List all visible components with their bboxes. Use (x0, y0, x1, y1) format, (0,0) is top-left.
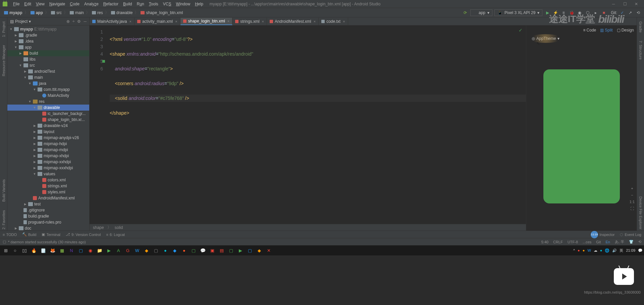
debug-button[interactable]: 🐞 (569, 10, 575, 16)
tool-terminal[interactable]: ▣ Terminal (42, 232, 60, 237)
tool-inspector[interactable]: 11:19 Inspector (591, 231, 614, 238)
tree-row-mipmap-xxhdpi[interactable]: mipmap-xxhdpi (7, 159, 89, 165)
app-22[interactable]: ▢ (227, 246, 235, 255)
menu-window[interactable]: Window (173, 2, 193, 6)
app-10[interactable]: A (114, 246, 123, 255)
tree-row-com-ttit-myapp[interactable]: com.ttit.myapp (7, 86, 89, 93)
gutter-resource-manager[interactable]: Resource Manager (2, 44, 6, 78)
select-opened-icon[interactable]: ⊕ (66, 19, 70, 24)
zoom-label[interactable]: 1:1 (630, 200, 635, 204)
run-config-dropdown[interactable]: app▾ (470, 9, 492, 16)
panel-title[interactable]: ▤Project▾ (10, 19, 66, 24)
app-4[interactable]: ▦ (58, 246, 66, 255)
gutter-favorites[interactable]: 2: Favorites (2, 209, 6, 231)
file-encoding[interactable]: UTF-8 (568, 240, 578, 244)
zoom-out-button[interactable]: − (630, 193, 635, 197)
app-26[interactable]: ✕ (264, 246, 273, 255)
zoom-in-button[interactable]: + (630, 186, 635, 190)
view-mode-design[interactable]: ▢ Design (617, 28, 634, 33)
tab-close-icon[interactable]: × (262, 19, 264, 23)
ime-indicator[interactable]: En (605, 240, 610, 244)
app-15[interactable]: ● (161, 246, 170, 255)
tree-row-mipmap-xhdpi[interactable]: mipmap-xhdpi (7, 153, 89, 159)
editor-tab-androidmanifest-xml[interactable]: AndroidManifest.xml× (267, 18, 319, 25)
caret-position[interactable]: 5:40 (541, 240, 548, 244)
menu-code[interactable]: Code (67, 2, 82, 6)
menu-vcs[interactable]: VCS (161, 2, 174, 6)
crumb-solid[interactable]: solid (115, 225, 123, 230)
search-button[interactable]: ○ (11, 246, 19, 255)
git-history-icon[interactable]: ⟲ (635, 10, 641, 16)
app-20[interactable]: ▣ (208, 246, 217, 255)
app-13[interactable]: ◆ (142, 246, 151, 255)
profile-icon[interactable]: ◉ (577, 10, 583, 16)
app-12[interactable]: W (133, 246, 142, 255)
tab-close-icon[interactable]: × (314, 19, 316, 23)
gutter-structure[interactable]: 7: Structure (639, 39, 643, 61)
tray-ime-icon[interactable]: 英 (620, 248, 623, 253)
menu-analyze[interactable]: Analyze (82, 2, 101, 6)
app-16[interactable]: ◆ (170, 246, 179, 255)
app-1[interactable]: 🔥 (30, 246, 38, 255)
tool-event-log[interactable]: ◌ Event Log (620, 231, 641, 238)
app-21[interactable]: ▤ (217, 246, 226, 255)
tool-todo[interactable]: ≡ TODO (3, 233, 17, 237)
app-6[interactable]: ▢ (76, 246, 85, 255)
app-25[interactable]: ◆ (255, 246, 264, 255)
tree-row-mainactivity[interactable]: MainActivity (7, 93, 89, 99)
tree-row-proguard-rules-pro[interactable]: proguard-rules.pro (7, 219, 89, 225)
app-14[interactable]: ▢ (152, 246, 160, 255)
crumb-myapp[interactable]: myapp (3, 10, 24, 15)
app-11[interactable]: G (123, 246, 132, 255)
app-18[interactable]: ▢ (189, 246, 198, 255)
maximize-button[interactable]: ☐ (620, 1, 630, 7)
collapse-icon[interactable]: ÷ (72, 19, 75, 24)
tree-row-androidmanifest-xml[interactable]: AndroidManifest.xml (7, 195, 89, 201)
tray-icon-6[interactable]: ● (600, 248, 602, 252)
tool-logcat[interactable]: ≡ 6: Logcat (106, 233, 125, 237)
tray-notification-icon[interactable]: 💬 (638, 248, 643, 253)
tab-close-icon[interactable]: × (343, 19, 345, 23)
device-dropdown[interactable]: 📱Pixel 3 XL API 29▾ (494, 9, 542, 16)
view-mode-split[interactable]: ▥ Split (600, 28, 612, 33)
tray-icon-2[interactable]: ● (578, 248, 580, 252)
tree-row-src[interactable]: src (7, 62, 89, 68)
crumb-app[interactable]: app (29, 10, 44, 15)
tree-row-layout[interactable]: layout (7, 129, 89, 135)
menu-edit[interactable]: Edit (22, 2, 34, 6)
menu-file[interactable]: File (11, 2, 22, 6)
app-9[interactable]: ▶ (105, 246, 113, 255)
settings-icon[interactable]: ⚙ (77, 19, 81, 24)
code-editor[interactable]: <?xml version="1.0" encoding="utf-8"?> <… (106, 25, 526, 224)
crumb-src[interactable]: src (50, 10, 63, 15)
project-tree[interactable]: myapp E:\ttit\myapp.gradle.ideaappbuildl… (7, 25, 89, 231)
app-3[interactable]: 🦊 (48, 246, 57, 255)
tree-row-build-gradle[interactable]: build.gradle (7, 213, 89, 219)
tree-row-mipmap-xxxhdpi[interactable]: mipmap-xxxhdpi (7, 165, 89, 171)
tree-row-build[interactable]: build (7, 50, 89, 56)
tree-row-mipmap-hdpi[interactable]: mipmap-hdpi (7, 141, 89, 147)
tree-row-androidtest[interactable]: androidTest (7, 68, 89, 74)
app-5[interactable]: N (67, 246, 76, 255)
tool-build[interactable]: 🔨 Build (22, 232, 36, 237)
tree-row--gradle[interactable]: .gradle (7, 32, 89, 38)
crumb-drawable[interactable]: drawable (110, 10, 134, 15)
tray-icon-5[interactable]: ☁ (594, 248, 597, 253)
tray-icon-3[interactable]: ● (583, 248, 585, 252)
git-branch[interactable]: Git (596, 240, 601, 244)
tree-row-mipmap-mdpi[interactable]: mipmap-mdpi (7, 147, 89, 153)
task-view-button[interactable]: ▯▯ (20, 246, 29, 255)
tree-row-libs[interactable]: libs (7, 56, 89, 62)
zoom-fit-button[interactable]: ⛶ (630, 206, 635, 210)
indent-info[interactable]: ...ces (583, 240, 591, 244)
app-2[interactable]: 🗒️ (39, 246, 48, 255)
tree-row-values[interactable]: values (7, 171, 89, 177)
tab-close-icon[interactable]: × (129, 19, 131, 23)
tray-network-icon[interactable]: 🌐 (605, 248, 609, 253)
editor-tab-mainactivity-java[interactable]: MainActivity.java× (90, 18, 135, 25)
menu-view[interactable]: View (34, 2, 47, 6)
gutter-gradle[interactable]: Gradle (639, 20, 643, 34)
view-mode-code[interactable]: ≡ Code (583, 28, 596, 33)
app-24[interactable]: ▢ (246, 246, 254, 255)
editor-tab-shape-login-btn-xml[interactable]: shape_login_btn.xml× (180, 18, 233, 25)
